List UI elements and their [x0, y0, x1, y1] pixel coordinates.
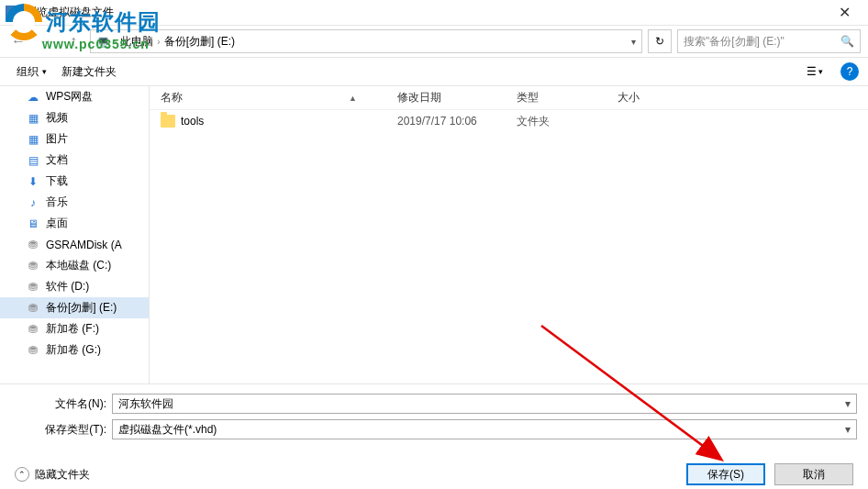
sidebar-item-label: WPS网盘: [46, 89, 93, 105]
desktop-icon: 🖥: [26, 217, 40, 231]
filename-label: 文件名(N):: [11, 396, 112, 412]
window-title: 浏览虚拟磁盘文件: [26, 5, 826, 20]
chevron-right-icon: ›: [114, 37, 117, 47]
sidebar-item-label: 视频: [46, 110, 68, 126]
search-input[interactable]: 搜索"备份[勿删] (E:)" 🔍: [677, 29, 861, 53]
sidebar-item[interactable]: ♪音乐: [0, 192, 149, 213]
chevron-down-icon[interactable]: ▾: [631, 37, 636, 47]
save-form: 文件名(N): 河东软件园 ▾ 保存类型(T): 虚拟磁盘文件(*.vhd) ▾: [0, 383, 868, 452]
back-button[interactable]: ←: [7, 30, 29, 52]
filetype-label: 保存类型(T):: [11, 422, 112, 438]
video-icon: ▦: [26, 111, 40, 126]
file-list[interactable]: tools2019/7/17 10:06文件夹: [150, 110, 868, 383]
help-icon[interactable]: ?: [840, 62, 859, 81]
pc-icon: 💻: [96, 35, 110, 48]
sidebar-item[interactable]: ▤文档: [0, 150, 149, 171]
breadcrumb-item[interactable]: 此电脑: [120, 34, 153, 50]
column-header: 名称▲ 修改日期 类型 大小: [150, 86, 868, 110]
titlebar: 浏览虚拟磁盘文件 ✕: [0, 0, 868, 26]
chevron-down-icon[interactable]: ▾: [845, 423, 851, 436]
filetype-select[interactable]: 虚拟磁盘文件(*.vhd) ▾: [112, 419, 857, 439]
sidebar-item-label: 新加卷 (F:): [46, 321, 99, 337]
sidebar-item[interactable]: ☁WPS网盘: [0, 86, 149, 107]
sidebar-item[interactable]: ⛃GSRAMDisk (A: [0, 234, 149, 255]
breadcrumb[interactable]: 💻 › 此电脑 › 备份[勿删] (E:) ▾: [90, 29, 642, 53]
sidebar-item[interactable]: ⬇下载: [0, 171, 149, 192]
toolbar: 组织 ▾ 新建文件夹 ☰▾ ?: [0, 57, 868, 86]
up-button[interactable]: ↑: [62, 30, 84, 52]
file-type: 文件夹: [506, 114, 606, 129]
hide-folders-button[interactable]: ⌃ 隐藏文件夹: [15, 467, 90, 483]
nav-row: ← → ↑ 💻 › 此电脑 › 备份[勿删] (E:) ▾ ↻ 搜索"备份[勿删…: [0, 26, 868, 57]
sidebar-item-label: 软件 (D:): [46, 279, 89, 295]
main-area: ☁WPS网盘▦视频▦图片▤文档⬇下载♪音乐🖥桌面⛃GSRAMDisk (A⛃本地…: [0, 86, 868, 383]
file-date: 2019/7/17 10:06: [386, 115, 506, 128]
sidebar-item-label: 图片: [46, 131, 68, 147]
sidebar: ☁WPS网盘▦视频▦图片▤文档⬇下载♪音乐🖥桌面⛃GSRAMDisk (A⛃本地…: [0, 86, 150, 383]
organize-button[interactable]: 组织 ▾: [9, 61, 54, 83]
sidebar-item-label: GSRAMDisk (A: [46, 239, 122, 251]
sidebar-item[interactable]: ⛃新加卷 (G:): [0, 339, 149, 361]
sidebar-item[interactable]: ▦图片: [0, 128, 149, 150]
sidebar-item-label: 文档: [46, 152, 68, 168]
drive-icon: ⛃: [26, 301, 40, 316]
drive-icon: ⛃: [26, 259, 40, 273]
expand-icon: ⌃: [15, 467, 29, 482]
sort-asc-icon: ▲: [349, 94, 357, 103]
sidebar-item-label: 音乐: [46, 194, 68, 210]
cancel-button[interactable]: 取消: [774, 463, 853, 485]
app-icon: [6, 6, 20, 20]
sidebar-item-label: 桌面: [46, 216, 68, 231]
forward-button: →: [35, 30, 57, 52]
view-options-button[interactable]: ☰▾: [796, 65, 833, 78]
sidebar-item-label: 新加卷 (G:): [46, 342, 101, 358]
sidebar-item-label: 下载: [46, 173, 68, 189]
sidebar-item[interactable]: ⛃软件 (D:): [0, 276, 149, 297]
chevron-down-icon: ▾: [42, 67, 47, 76]
sidebar-item[interactable]: ⛃备份[勿删] (E:): [0, 297, 149, 318]
file-name: tools: [181, 115, 204, 128]
file-row[interactable]: tools2019/7/17 10:06文件夹: [150, 110, 868, 132]
chevron-right-icon: ›: [157, 37, 160, 47]
sidebar-item[interactable]: ▦视频: [0, 107, 149, 128]
file-area: 名称▲ 修改日期 类型 大小 tools2019/7/17 10:06文件夹: [150, 86, 868, 383]
search-icon[interactable]: 🔍: [840, 35, 854, 48]
refresh-button[interactable]: ↻: [648, 29, 672, 53]
doc-icon: ▤: [26, 153, 40, 168]
new-folder-button[interactable]: 新建文件夹: [54, 61, 124, 83]
chevron-down-icon[interactable]: ▾: [845, 397, 851, 410]
save-button[interactable]: 保存(S): [686, 463, 765, 485]
breadcrumb-item[interactable]: 备份[勿删] (E:): [164, 34, 235, 50]
col-name[interactable]: 名称▲: [150, 90, 386, 106]
sidebar-item-label: 备份[勿删] (E:): [46, 300, 117, 316]
drive-icon: ⛃: [26, 343, 40, 358]
sidebar-item[interactable]: ⛃新加卷 (F:): [0, 318, 149, 339]
sidebar-item[interactable]: ⛃本地磁盘 (C:): [0, 255, 149, 276]
footer: ⌃ 隐藏文件夹 保存(S) 取消: [0, 452, 868, 489]
col-size[interactable]: 大小: [606, 90, 680, 106]
col-type[interactable]: 类型: [506, 90, 606, 106]
drive-icon: ⛃: [26, 280, 40, 295]
cloud-icon: ☁: [26, 90, 40, 105]
sidebar-item-label: 本地磁盘 (C:): [46, 258, 111, 273]
drive-icon: ⛃: [26, 322, 40, 337]
sidebar-item[interactable]: 🖥桌面: [0, 213, 149, 234]
col-date[interactable]: 修改日期: [386, 90, 506, 106]
download-icon: ⬇: [26, 174, 40, 189]
music-icon: ♪: [26, 195, 40, 210]
search-placeholder: 搜索"备份[勿删] (E:)": [684, 34, 785, 50]
folder-icon: [161, 115, 175, 128]
image-icon: ▦: [26, 132, 40, 147]
close-icon[interactable]: ✕: [826, 4, 862, 21]
drive-icon: ⛃: [26, 238, 40, 252]
filename-input[interactable]: 河东软件园 ▾: [112, 394, 857, 414]
